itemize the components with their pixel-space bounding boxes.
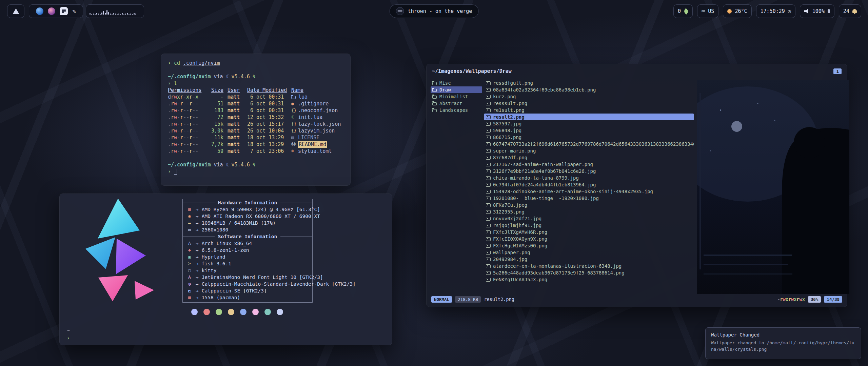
arrow-icon: →	[196, 274, 199, 281]
file-manager-header: ~/Imagenes/Wallpapers/Draw 1	[427, 64, 847, 76]
cpu-icon: ▦	[188, 206, 195, 213]
volume-label: 100%	[812, 8, 825, 14]
file-item[interactable]: 68747470733a2f2f696d616765732d7769786d70…	[484, 141, 694, 147]
terminal-input-line[interactable]: ›	[168, 168, 343, 175]
directory-item[interactable]: Abstract	[431, 100, 482, 107]
keyboard-layout-module[interactable]: ⌨ US	[697, 4, 718, 18]
file-item[interactable]: result2.png	[484, 114, 694, 120]
visualizer-bar	[110, 14, 111, 15]
moon-icon: ☾	[291, 114, 298, 121]
fetch-value: JetBrainsMono Nerd Font Light 10 [GTK2/3…	[202, 274, 323, 281]
active-workspace-icon[interactable]	[60, 7, 68, 15]
file-item[interactable]: 08a634fa02a32364f69ebc86a98eb1eb.png	[484, 86, 694, 93]
file-item[interactable]: re1sult.png	[484, 107, 694, 114]
file-item[interactable]: super-mario.png	[484, 147, 694, 154]
visualizer-bar	[90, 13, 91, 15]
file-item[interactable]: 87r687df.png	[484, 154, 694, 161]
file-item[interactable]: 20492984.jpg	[484, 256, 694, 263]
visualizer-bar	[132, 14, 133, 15]
arrow-icon: →	[196, 220, 199, 226]
visualizer-bar	[108, 12, 109, 15]
file-item[interactable]: FXfcJlTXgAMvH6R.png	[484, 229, 694, 236]
file-item[interactable]: nnvuv0xj2df71.jpg	[484, 215, 694, 222]
volume-module[interactable]: 100%	[800, 4, 834, 18]
lua-version: v5.4.6	[232, 73, 250, 80]
tab-badge[interactable]: 1	[833, 68, 842, 74]
directory-item[interactable]: Minimalist	[431, 93, 482, 100]
app-workspace-icon[interactable]	[48, 7, 55, 15]
file-item[interactable]: FXfcHgcWIAMzs0G.png	[484, 242, 694, 249]
fetch-value: 10948MiB / 64183MiB (17%)	[202, 220, 276, 226]
music-disc-icon	[396, 7, 404, 15]
microphone-icon	[828, 9, 830, 13]
file-item[interactable]: 217167-sad-anime-rain-wallpaper.png	[484, 161, 694, 168]
directory-item[interactable]: Draw	[431, 86, 482, 93]
bolt-icon: ↯	[253, 73, 256, 80]
thermometer-icon	[727, 9, 732, 14]
notification-toast[interactable]: Wallpaper Changed Wallpaper changed to /…	[705, 327, 861, 359]
file-item[interactable]: ressdfgult.png	[484, 80, 694, 86]
arrow-icon: →	[196, 287, 199, 294]
arrow-icon: →	[196, 294, 199, 301]
image-icon	[486, 142, 491, 146]
file-item[interactable]: rsjqojlmjhf91.jpg	[484, 222, 694, 229]
file-item[interactable]: EeNKYgIUcAAJ5JX.png	[484, 276, 694, 283]
fetch-value: Arch Linux x86_64	[202, 240, 252, 247]
keyboard-layout-label: US	[708, 8, 714, 14]
image-icon	[486, 176, 491, 180]
notifications-module[interactable]: 24	[839, 4, 861, 18]
temperature-module[interactable]: 26°C	[723, 4, 751, 18]
file-item[interactable]: atardecer-en-la-montanas-ilustracion-634…	[484, 263, 694, 269]
file-list-panel: ressdfgult.png08a634fa02a32364f69ebc86a9…	[484, 80, 694, 292]
file-name: .neoconf.json	[298, 107, 338, 114]
prompt-icon[interactable]: ›	[67, 335, 70, 341]
visualizer-bar	[91, 14, 92, 15]
gpu-icon: ◉	[188, 213, 195, 220]
image-icon	[486, 251, 491, 255]
terminal-color-palette	[191, 309, 313, 315]
file-item[interactable]: kurz.png	[484, 93, 694, 100]
file-item[interactable]: 596848.jpg	[484, 127, 694, 134]
bell-icon	[852, 9, 857, 13]
app-launcher-button[interactable]	[7, 4, 24, 18]
arrow-icon: →	[196, 247, 199, 253]
fetch-window[interactable]: Hardware Information ▦→AMD Ryzen 9 5900X…	[59, 194, 392, 345]
image-icon	[486, 81, 491, 85]
directory-item[interactable]: Misc	[431, 80, 482, 86]
fetch-value: kitty	[202, 267, 217, 274]
json-icon: {}	[291, 121, 298, 127]
theme-icon: ◑	[188, 281, 195, 287]
file-item[interactable]: 19201080-__blue-tinge__-1920×1080.jpg	[484, 195, 694, 202]
file-manager-window[interactable]: ~/Imagenes/Wallpapers/Draw 1 MiscDrawMin…	[426, 64, 847, 307]
hyprland-logo	[64, 197, 166, 309]
file-item[interactable]: FXfcII0X0AQyn9X.png	[484, 236, 694, 242]
color-dot	[240, 309, 246, 315]
file-item[interactable]: 0c794faf07de24a4db4d4fb1eb813964.jpg	[484, 181, 694, 188]
directory-item[interactable]: Landscapes	[431, 107, 482, 114]
terminal-window[interactable]: ›cd.config/nvim ~/.config/nvimvia☾v5.4.6…	[161, 54, 351, 186]
media-player-widget[interactable]: thrown - on the verge	[390, 4, 479, 18]
updates-module[interactable]: 0	[673, 4, 693, 18]
image-icon	[486, 278, 491, 282]
image-icon	[486, 88, 491, 92]
fetch-value: 6.5.8-zen1-1-zen	[202, 247, 249, 253]
file-item[interactable]: 5a266e448add93deab367d87173e9f25-6837886…	[484, 269, 694, 276]
browser-workspace-icon[interactable]	[36, 7, 43, 15]
pen-workspace-icon[interactable]: ✎	[72, 8, 76, 15]
file-item[interactable]: 866715.png	[484, 134, 694, 141]
file-item[interactable]: resssult.png	[484, 100, 694, 107]
clock-module[interactable]: 17:50:29 ◷	[756, 4, 795, 18]
file-item[interactable]: 3122955.png	[484, 208, 694, 215]
file-item[interactable]: chica-mirando-la-luna-8799.jpg	[484, 175, 694, 181]
ls-row: .rw-r--r--183matt 6 oct 00:31{}.neoconf.…	[168, 107, 343, 114]
audio-visualizer	[86, 4, 144, 18]
file-item[interactable]: 587597.jpg	[484, 120, 694, 127]
arrow-icon: →	[196, 281, 199, 287]
file-item[interactable]: 154928-odinokoe-anime-art-anime-okno-sin…	[484, 188, 694, 195]
file-item[interactable]: 3126f7e9bbf21a8a4af0b67b041c6e26.jpg	[484, 168, 694, 175]
prompt-icon: ›	[168, 80, 171, 87]
software-info-list: Λ→Arch Linux x86_64◆→6.5.8-zen1-1-zen▣→H…	[183, 240, 312, 301]
arrow-icon: →	[196, 213, 199, 220]
file-item[interactable]: wallpaper.png	[484, 249, 694, 256]
file-item[interactable]: 8FKa7Cu.jpeg	[484, 202, 694, 208]
